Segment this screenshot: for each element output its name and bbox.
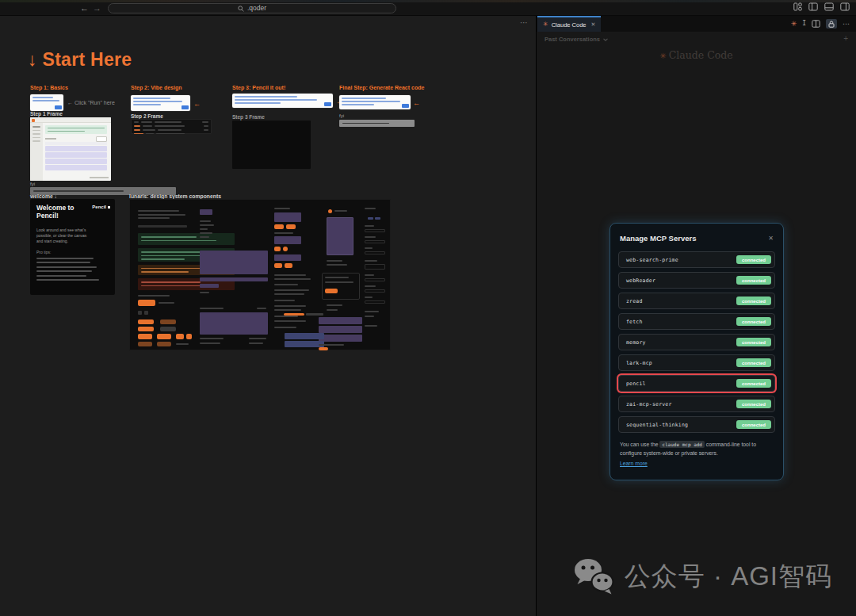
lock-icon bbox=[828, 21, 835, 28]
pencil-logo: Pencil bbox=[92, 205, 110, 209]
mcp-server-name: zread bbox=[626, 298, 643, 304]
final-step-group[interactable]: Final Step: Generate React code ← fyi bbox=[339, 85, 422, 148]
welcome-title: Welcome to Pencil! bbox=[36, 205, 78, 220]
mcp-server-row[interactable]: web-search-prime connected bbox=[618, 251, 775, 268]
connected-badge: connected bbox=[736, 420, 771, 429]
welcome-card[interactable]: Pencil Welcome to Pencil! Look around an… bbox=[30, 199, 115, 295]
connected-badge: connected bbox=[736, 379, 771, 388]
mcp-server-row[interactable]: memory connected bbox=[618, 334, 775, 350]
step-3-prompt-card[interactable] bbox=[232, 94, 333, 108]
step-2-title: Step 2: Vibe design bbox=[131, 85, 182, 90]
lunaris-label: lunaris: design system components bbox=[129, 193, 221, 199]
mcp-server-name: sequential-thinking bbox=[626, 422, 688, 428]
cursor-tool-icon[interactable]: I bbox=[802, 21, 806, 27]
step-2-frame-label: Step 2 Frame bbox=[131, 113, 163, 119]
split-panel-icon[interactable] bbox=[812, 20, 820, 28]
new-conversation-button[interactable]: + bbox=[843, 34, 848, 43]
tab-overflow-icon[interactable]: ⋯ bbox=[520, 18, 529, 27]
connected-badge: connected bbox=[736, 255, 771, 264]
mcp-server-row[interactable]: sequential-thinking connected bbox=[618, 416, 775, 433]
forward-button[interactable]: → bbox=[93, 2, 101, 14]
run-button-thumbnail bbox=[55, 105, 62, 109]
step-2-prompt-card[interactable] bbox=[131, 95, 190, 111]
welcome-body: Look around and see what's possible, or … bbox=[36, 228, 89, 243]
step-1-hint: ← Click "Run" here bbox=[67, 100, 115, 105]
learn-more-link[interactable]: Learn more bbox=[620, 460, 648, 469]
mcp-server-name: fetch bbox=[626, 319, 643, 325]
step-1-frame-thumbnail[interactable] bbox=[30, 117, 111, 181]
button-thumbnail bbox=[138, 300, 155, 306]
step-3-title: Step 3: Pencil it out! bbox=[232, 85, 285, 90]
code-chip: claude mcp add bbox=[659, 441, 705, 448]
connected-badge: connected bbox=[736, 317, 771, 326]
wechat-icon bbox=[573, 557, 614, 595]
mcp-server-row-pencil-highlighted[interactable]: pencil connected bbox=[618, 375, 775, 392]
search-input[interactable]: .qoder bbox=[108, 3, 396, 13]
design-canvas[interactable]: ↓ Start Here Step 1: Basics ← Click "Run… bbox=[0, 16, 536, 616]
lock-toggle[interactable] bbox=[826, 19, 837, 29]
mcp-server-name: memory bbox=[626, 339, 646, 346]
final-step-note-bar[interactable] bbox=[339, 120, 415, 127]
left-arrow-icon: ← bbox=[413, 99, 420, 107]
wechat-watermark: 公众号 · AGI智码 bbox=[573, 557, 832, 595]
lunaris-frame[interactable] bbox=[129, 199, 391, 350]
app-window: ← → .qoder ↓ Start Here Step 1: Basics ←… bbox=[0, 0, 856, 616]
welcome-label: welcome ↓ bbox=[30, 193, 57, 199]
step-3-group[interactable]: Step 3: Pencil it out! ← Step 3 Frame bbox=[232, 85, 347, 188]
mcp-server-name: lark-mcp bbox=[626, 360, 652, 366]
final-step-prompt-card[interactable] bbox=[339, 95, 411, 109]
banner-thumbnail bbox=[45, 125, 107, 134]
past-conversations-dropdown[interactable]: Past Conversations bbox=[545, 36, 608, 43]
panel-thumbnail bbox=[200, 251, 268, 274]
mcp-server-name: webReader bbox=[626, 277, 655, 284]
modal-footer-text: You can use the claude mcp add command-l… bbox=[620, 441, 774, 469]
panel-bottom-icon[interactable] bbox=[824, 2, 834, 11]
mcp-server-row[interactable]: zread connected bbox=[618, 293, 775, 309]
mcp-server-row[interactable]: lark-mcp connected bbox=[618, 354, 775, 371]
panel-left-icon[interactable] bbox=[808, 2, 818, 11]
wechat-watermark-text: 公众号 · AGI智码 bbox=[625, 559, 832, 595]
claude-icon: ✳ bbox=[659, 52, 666, 60]
mcp-server-name: web-search-prime bbox=[626, 257, 678, 263]
alert-success-thumbnail bbox=[138, 233, 235, 245]
claude-code-panel: ✳ Claude Code ✕ ✳ I ⋯ Past Conversations… bbox=[536, 16, 856, 616]
panel-right-icon[interactable] bbox=[840, 2, 850, 11]
final-step-note-label: fyi bbox=[339, 113, 344, 118]
more-icon[interactable]: ⋯ bbox=[843, 21, 850, 28]
final-step-title: Final Step: Generate React code bbox=[339, 85, 424, 90]
connected-badge: connected bbox=[736, 400, 771, 408]
logo-dot-thumbnail bbox=[328, 209, 332, 213]
mcp-server-row[interactable]: webReader connected bbox=[618, 272, 775, 289]
app-logo-thumbnail bbox=[32, 119, 35, 122]
left-arrow-icon: ← bbox=[193, 100, 201, 108]
claude-icon: ✳ bbox=[543, 21, 548, 28]
step-1-note-label: fyi bbox=[30, 182, 35, 186]
back-button[interactable]: ← bbox=[80, 2, 89, 14]
step-1-prompt-card[interactable] bbox=[30, 94, 63, 111]
search-value: .qoder bbox=[247, 5, 266, 12]
modal-close-icon[interactable]: ✕ bbox=[768, 235, 774, 242]
tab-strip: ✳ Claude Code ✕ ✳ I ⋯ bbox=[537, 16, 856, 32]
step-2-group[interactable]: Step 2: Vibe design ← Step 2 Frame bbox=[131, 85, 222, 164]
claude-code-watermark: ✳Claude Code bbox=[537, 49, 856, 61]
step-3-frame-label: Step 3 Frame bbox=[232, 114, 265, 120]
apps-grid-icon[interactable] bbox=[793, 2, 802, 11]
mcp-server-row[interactable]: zai-mcp-server connected bbox=[618, 396, 775, 412]
step-1-frame-label: Step 1 Frame bbox=[30, 111, 63, 117]
welcome-tips-list bbox=[36, 258, 99, 284]
tab-claude-code[interactable]: ✳ Claude Code ✕ bbox=[537, 16, 601, 32]
step-3-frame-thumbnail[interactable] bbox=[232, 121, 311, 169]
search-icon bbox=[238, 6, 244, 12]
step-1-title: Step 1: Basics bbox=[30, 85, 68, 90]
top-toolbar: ← → .qoder bbox=[0, 0, 856, 16]
down-arrow-icon: ↓ bbox=[28, 49, 37, 70]
step-2-frame-thumbnail[interactable] bbox=[131, 119, 212, 134]
claude-icon[interactable]: ✳ bbox=[791, 21, 797, 28]
mcp-server-name: pencil bbox=[626, 381, 646, 387]
mcp-server-row[interactable]: fetch connected bbox=[618, 313, 775, 330]
tab-close-icon[interactable]: ✕ bbox=[590, 21, 595, 28]
start-here-heading: ↓ Start Here bbox=[28, 49, 132, 71]
connected-badge: connected bbox=[736, 358, 771, 367]
manage-mcp-servers-modal: Manage MCP Servers ✕ web-search-prime co… bbox=[610, 223, 784, 480]
tab-label: Claude Code bbox=[552, 21, 587, 29]
